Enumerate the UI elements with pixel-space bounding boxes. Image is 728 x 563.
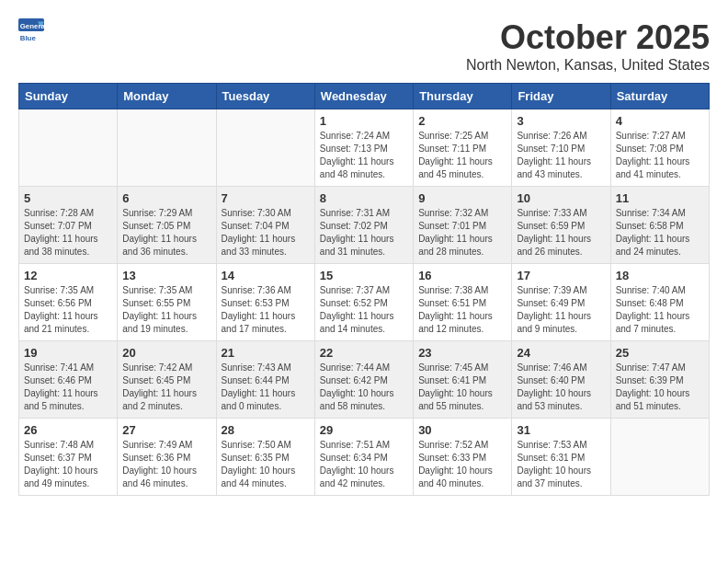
- day-info: Sunrise: 7:38 AM Sunset: 6:51 PM Dayligh…: [418, 284, 506, 336]
- calendar-cell: 30Sunrise: 7:52 AM Sunset: 6:33 PM Dayli…: [414, 419, 512, 496]
- weekday-header-tuesday: Tuesday: [216, 84, 314, 109]
- day-number: 22: [320, 346, 408, 360]
- day-number: 4: [616, 114, 704, 128]
- day-number: 26: [24, 423, 112, 437]
- day-info: Sunrise: 7:35 AM Sunset: 6:55 PM Dayligh…: [122, 284, 210, 336]
- weekday-header-thursday: Thursday: [414, 84, 512, 109]
- calendar-cell: 19Sunrise: 7:41 AM Sunset: 6:46 PM Dayli…: [19, 341, 118, 419]
- day-info: Sunrise: 7:31 AM Sunset: 7:02 PM Dayligh…: [320, 207, 408, 259]
- day-number: 25: [616, 346, 704, 360]
- calendar-cell: 2Sunrise: 7:25 AM Sunset: 7:11 PM Daylig…: [414, 109, 512, 187]
- calendar-cell: [216, 109, 314, 187]
- day-info: Sunrise: 7:28 AM Sunset: 7:07 PM Dayligh…: [24, 207, 112, 259]
- week-row-5: 26Sunrise: 7:48 AM Sunset: 6:37 PM Dayli…: [19, 419, 710, 496]
- day-number: 21: [222, 346, 310, 360]
- calendar-cell: 7Sunrise: 7:30 AM Sunset: 7:04 PM Daylig…: [216, 187, 314, 264]
- week-row-4: 19Sunrise: 7:41 AM Sunset: 6:46 PM Dayli…: [19, 341, 710, 419]
- day-info: Sunrise: 7:39 AM Sunset: 6:49 PM Dayligh…: [517, 284, 605, 336]
- day-info: Sunrise: 7:33 AM Sunset: 6:59 PM Dayligh…: [517, 207, 605, 259]
- calendar-cell: 20Sunrise: 7:42 AM Sunset: 6:45 PM Dayli…: [118, 341, 216, 419]
- calendar-cell: 27Sunrise: 7:49 AM Sunset: 6:36 PM Dayli…: [118, 419, 216, 496]
- day-number: 16: [418, 269, 506, 282]
- weekday-header-row: SundayMondayTuesdayWednesdayThursdayFrid…: [19, 84, 710, 109]
- day-number: 5: [24, 191, 112, 205]
- calendar-cell: 12Sunrise: 7:35 AM Sunset: 6:56 PM Dayli…: [19, 264, 118, 341]
- day-info: Sunrise: 7:46 AM Sunset: 6:40 PM Dayligh…: [517, 362, 605, 413]
- calendar-cell: 9Sunrise: 7:32 AM Sunset: 7:01 PM Daylig…: [414, 187, 512, 264]
- day-info: Sunrise: 7:53 AM Sunset: 6:31 PM Dayligh…: [517, 439, 605, 490]
- day-number: 11: [616, 191, 704, 205]
- calendar-cell: 15Sunrise: 7:37 AM Sunset: 6:52 PM Dayli…: [314, 264, 413, 341]
- calendar-cell: 18Sunrise: 7:40 AM Sunset: 6:48 PM Dayli…: [610, 264, 709, 341]
- day-info: Sunrise: 7:26 AM Sunset: 7:10 PM Dayligh…: [517, 130, 605, 181]
- calendar-cell: 11Sunrise: 7:34 AM Sunset: 6:58 PM Dayli…: [610, 187, 709, 264]
- calendar-cell: 29Sunrise: 7:51 AM Sunset: 6:34 PM Dayli…: [314, 419, 413, 496]
- calendar-cell: 3Sunrise: 7:26 AM Sunset: 7:10 PM Daylig…: [512, 109, 610, 187]
- week-row-3: 12Sunrise: 7:35 AM Sunset: 6:56 PM Dayli…: [19, 264, 710, 341]
- calendar-cell: 6Sunrise: 7:29 AM Sunset: 7:05 PM Daylig…: [118, 187, 216, 264]
- day-number: 27: [122, 423, 210, 437]
- day-info: Sunrise: 7:48 AM Sunset: 6:37 PM Dayligh…: [24, 439, 112, 490]
- svg-text:General: General: [20, 22, 44, 30]
- day-info: Sunrise: 7:40 AM Sunset: 6:48 PM Dayligh…: [616, 284, 704, 336]
- week-row-2: 5Sunrise: 7:28 AM Sunset: 7:07 PM Daylig…: [19, 187, 710, 264]
- svg-text:Blue: Blue: [20, 34, 37, 42]
- calendar-cell: 24Sunrise: 7:46 AM Sunset: 6:40 PM Dayli…: [512, 341, 610, 419]
- page-header: General Blue October 2025 North Newton, …: [18, 18, 710, 74]
- day-number: 9: [418, 191, 506, 205]
- calendar-cell: 25Sunrise: 7:47 AM Sunset: 6:39 PM Dayli…: [610, 341, 709, 419]
- day-info: Sunrise: 7:44 AM Sunset: 6:42 PM Dayligh…: [320, 362, 408, 413]
- calendar-cell: [610, 419, 709, 496]
- day-info: Sunrise: 7:29 AM Sunset: 7:05 PM Dayligh…: [122, 207, 210, 259]
- day-number: 7: [222, 191, 310, 205]
- day-number: 6: [122, 191, 210, 205]
- day-number: 3: [517, 114, 605, 128]
- day-number: 1: [320, 114, 408, 128]
- calendar-cell: [19, 109, 118, 187]
- calendar-cell: 4Sunrise: 7:27 AM Sunset: 7:08 PM Daylig…: [610, 109, 709, 187]
- weekday-header-monday: Monday: [118, 84, 216, 109]
- day-number: 17: [517, 269, 605, 282]
- calendar-cell: 23Sunrise: 7:45 AM Sunset: 6:41 PM Dayli…: [414, 341, 512, 419]
- calendar-cell: 10Sunrise: 7:33 AM Sunset: 6:59 PM Dayli…: [512, 187, 610, 264]
- title-block: October 2025 North Newton, Kansas, Unite…: [466, 18, 710, 74]
- day-number: 13: [122, 269, 210, 282]
- day-info: Sunrise: 7:24 AM Sunset: 7:13 PM Dayligh…: [320, 130, 408, 181]
- day-number: 12: [24, 269, 112, 282]
- day-info: Sunrise: 7:47 AM Sunset: 6:39 PM Dayligh…: [616, 362, 704, 413]
- calendar-cell: 1Sunrise: 7:24 AM Sunset: 7:13 PM Daylig…: [314, 109, 413, 187]
- calendar-cell: 26Sunrise: 7:48 AM Sunset: 6:37 PM Dayli…: [19, 419, 118, 496]
- calendar-cell: [118, 109, 216, 187]
- day-number: 24: [517, 346, 605, 360]
- week-row-1: 1Sunrise: 7:24 AM Sunset: 7:13 PM Daylig…: [19, 109, 710, 187]
- calendar-cell: 31Sunrise: 7:53 AM Sunset: 6:31 PM Dayli…: [512, 419, 610, 496]
- day-number: 18: [616, 269, 704, 282]
- day-number: 14: [222, 269, 310, 282]
- calendar-cell: 28Sunrise: 7:50 AM Sunset: 6:35 PM Dayli…: [216, 419, 314, 496]
- day-info: Sunrise: 7:51 AM Sunset: 6:34 PM Dayligh…: [320, 439, 408, 490]
- calendar-cell: 13Sunrise: 7:35 AM Sunset: 6:55 PM Dayli…: [118, 264, 216, 341]
- day-info: Sunrise: 7:32 AM Sunset: 7:01 PM Dayligh…: [418, 207, 506, 259]
- day-info: Sunrise: 7:43 AM Sunset: 6:44 PM Dayligh…: [222, 362, 310, 413]
- day-number: 19: [24, 346, 112, 360]
- day-number: 20: [122, 346, 210, 360]
- day-info: Sunrise: 7:37 AM Sunset: 6:52 PM Dayligh…: [320, 284, 408, 336]
- weekday-header-sunday: Sunday: [19, 84, 118, 109]
- calendar-cell: 5Sunrise: 7:28 AM Sunset: 7:07 PM Daylig…: [19, 187, 118, 264]
- day-info: Sunrise: 7:49 AM Sunset: 6:36 PM Dayligh…: [122, 439, 210, 490]
- day-info: Sunrise: 7:35 AM Sunset: 6:56 PM Dayligh…: [24, 284, 112, 336]
- calendar-table: SundayMondayTuesdayWednesdayThursdayFrid…: [18, 83, 710, 496]
- calendar-cell: 14Sunrise: 7:36 AM Sunset: 6:53 PM Dayli…: [216, 264, 314, 341]
- day-info: Sunrise: 7:36 AM Sunset: 6:53 PM Dayligh…: [222, 284, 310, 336]
- day-number: 28: [222, 423, 310, 437]
- day-info: Sunrise: 7:42 AM Sunset: 6:45 PM Dayligh…: [122, 362, 210, 413]
- location-title: North Newton, Kansas, United States: [466, 57, 710, 74]
- day-number: 8: [320, 191, 408, 205]
- day-info: Sunrise: 7:45 AM Sunset: 6:41 PM Dayligh…: [418, 362, 506, 413]
- calendar-cell: 22Sunrise: 7:44 AM Sunset: 6:42 PM Dayli…: [314, 341, 413, 419]
- calendar-cell: 16Sunrise: 7:38 AM Sunset: 6:51 PM Dayli…: [414, 264, 512, 341]
- month-title: October 2025: [466, 18, 710, 57]
- day-info: Sunrise: 7:52 AM Sunset: 6:33 PM Dayligh…: [418, 439, 506, 490]
- calendar-cell: 8Sunrise: 7:31 AM Sunset: 7:02 PM Daylig…: [314, 187, 413, 264]
- weekday-header-wednesday: Wednesday: [314, 84, 413, 109]
